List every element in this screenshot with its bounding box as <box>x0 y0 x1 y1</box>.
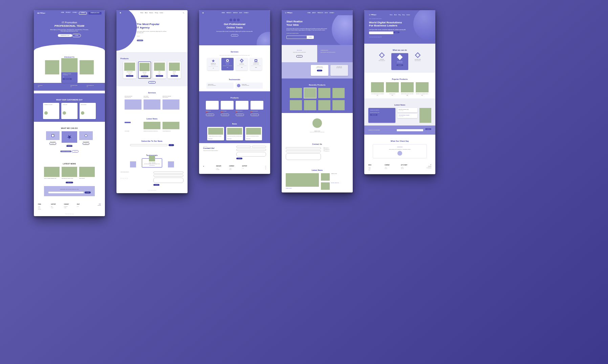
testimonials-section: WHAT OUR CUSTOMERS SAY CONSECT AT PLUEDo… <box>34 93 105 122</box>
service-item[interactable]: Nou sometysit amet conse <box>144 96 160 98</box>
sign-in-button[interactable]: Sign In <box>393 31 399 33</box>
section-title: Subscribe To Our News <box>121 140 183 142</box>
create-account-button[interactable]: CREATE ACCOUNT <box>60 151 71 152</box>
buy-button[interactable]: Buy it! <box>296 55 303 58</box>
hero: IT PromotionPROFESSIONAL TEAM Modern Age… <box>34 16 105 44</box>
nav-item[interactable]: HOME <box>222 12 225 14</box>
message-input[interactable] <box>286 153 321 160</box>
read-more-link[interactable]: Read More <box>208 138 223 140</box>
section-title: Latest News <box>286 169 349 171</box>
nav-item[interactable]: Contact <box>406 14 410 16</box>
footer: MENUHomeAboutShop COMPANYAboutPrivacy LE… <box>364 161 435 174</box>
nav: ◒ HOMEPRODUCTSERVICEBLOGCONTACT <box>199 10 270 15</box>
submit-button[interactable]: Submit <box>236 158 242 159</box>
mockup-2: ◉ HomeAboutServicesPricingContact 🔍 The … <box>116 10 188 193</box>
email-input[interactable] <box>252 146 266 148</box>
nav-item[interactable]: CONTACT <box>244 12 248 14</box>
nav-item[interactable]: Services <box>149 12 153 14</box>
nav-item[interactable]: SERVICE <box>233 12 238 14</box>
submit-button[interactable]: Submit <box>425 128 431 130</box>
nav-item[interactable]: Blog <box>398 14 400 16</box>
product-thumb[interactable]: POLUS SIT$25 <box>38 85 52 87</box>
open-all-button[interactable]: Open all <box>148 81 155 84</box>
buy-button[interactable]: Buy it! <box>317 70 323 71</box>
section-title: LATEST NEWS <box>38 163 101 165</box>
submit-button[interactable]: Send <box>169 144 174 146</box>
message-input[interactable] <box>286 36 307 39</box>
social-icon[interactable]: ◯ <box>127 178 128 179</box>
add-to-cart-button[interactable]: Add to Cart <box>221 114 229 116</box>
social-icon[interactable]: ◯ <box>121 178 122 179</box>
request-button[interactable]: Request <box>137 40 143 41</box>
submit-button[interactable]: Submit <box>307 36 314 39</box>
create-account-button[interactable]: CREATE ACCOUNT <box>88 12 102 15</box>
nav-item[interactable]: Shop <box>402 14 405 16</box>
name-input[interactable] <box>236 146 251 148</box>
nav-item[interactable]: CONTACT <box>329 12 334 14</box>
nav-item[interactable]: About <box>394 14 397 16</box>
email-input[interactable] <box>153 175 183 177</box>
read-more-button[interactable]: Read More <box>370 114 377 116</box>
nav-item[interactable]: BLOG <box>325 12 328 14</box>
add-to-cart-button[interactable]: ADD TO CART <box>63 78 72 80</box>
split-section: WISI UT 25% Lorem ipsum dolor sit amet c… <box>282 45 353 62</box>
hero-title: World Digital ResolutionsFor Business Le… <box>369 21 431 27</box>
request-button[interactable]: Request <box>396 64 403 66</box>
nav-item[interactable]: About <box>145 12 148 14</box>
add-to-cart-button[interactable]: Add to Cart <box>171 75 178 77</box>
sign-up-button[interactable]: Sign up <box>66 145 72 147</box>
email-input[interactable] <box>397 129 423 131</box>
login-button[interactable]: LOG IN <box>79 12 86 15</box>
nav-item[interactable]: Contact <box>160 12 163 14</box>
add-to-cart-button[interactable]: Add to Cart <box>126 75 134 77</box>
name-input[interactable] <box>286 147 321 149</box>
add-to-cart-button[interactable]: Add to Cart <box>206 114 214 116</box>
social-icon[interactable]: ◯ <box>255 168 266 169</box>
message-input[interactable] <box>236 152 266 157</box>
message-input[interactable] <box>153 178 183 183</box>
add-to-cart-button[interactable]: Add to Cart <box>156 75 164 77</box>
read-more-link[interactable]: Read More <box>227 138 242 140</box>
add-to-cart-button[interactable]: Add to Cart <box>141 75 149 77</box>
email-input[interactable] <box>48 191 84 194</box>
submit-button[interactable]: Submit <box>153 184 159 186</box>
search-icon[interactable]: 🔍 <box>183 12 184 14</box>
add-to-cart-button[interactable]: Add to Cart <box>251 114 259 116</box>
social-icon[interactable]: ◯ <box>255 167 266 168</box>
sign-up-button[interactable]: Sign up <box>49 142 56 145</box>
nav-item[interactable]: HOME <box>61 12 64 15</box>
service-item[interactable]: Nib uncorrud EnimLorem ipsum dol <box>125 96 142 98</box>
social-icon[interactable]: ◯ <box>125 178 126 179</box>
nav-item[interactable]: CONTACT <box>72 12 77 15</box>
nav-item[interactable]: Pricing <box>155 12 158 14</box>
nav-item[interactable]: PRODUCT <box>66 12 71 15</box>
request-button[interactable]: Request <box>231 34 238 37</box>
nav-item[interactable]: PRODUCTS <box>318 12 323 14</box>
read-more-link[interactable]: Read More <box>246 138 261 140</box>
nav-item[interactable]: ABOUT <box>312 12 316 14</box>
nav-item[interactable]: BLOG <box>239 12 242 14</box>
subject-input[interactable] <box>236 149 266 151</box>
create-account-button[interactable]: CREATE ACCOUNT <box>58 34 72 37</box>
sign-up-button[interactable]: Sign up <box>83 142 89 145</box>
search-input[interactable] <box>369 31 393 34</box>
nav-item[interactable]: HOME <box>307 12 310 14</box>
nav-item[interactable]: Home <box>140 12 143 14</box>
email-input[interactable] <box>286 150 321 152</box>
section-title: Products <box>203 97 266 99</box>
nav-item[interactable]: PRODUCT <box>226 12 232 14</box>
social-icon[interactable]: ◯ <box>123 178 124 179</box>
nav-item[interactable]: Home <box>390 14 392 16</box>
login-button[interactable]: LOGIN <box>72 34 81 37</box>
submit-button[interactable]: Submit <box>85 191 91 194</box>
service-item[interactable]: Mag ad Enn Nibh wisdiam nonummy <box>162 96 179 98</box>
login-button[interactable]: LOGIN <box>72 150 79 153</box>
name-input[interactable] <box>153 172 183 174</box>
email-input[interactable] <box>130 144 168 146</box>
view-all-button[interactable]: VIEW ALL <box>66 182 73 183</box>
product-thumb[interactable]: WORLDUS TEMP$35 <box>70 85 85 87</box>
add-to-cart-button[interactable]: Add to Cart <box>236 114 244 116</box>
social-icon[interactable]: ◯ <box>255 166 266 167</box>
product-thumb[interactable]: NOU PLUETU VIT$45 <box>87 85 101 87</box>
subscribe-title: SUBSCRIBE AND GET NEW PRODUCTS FREE <box>48 189 91 190</box>
